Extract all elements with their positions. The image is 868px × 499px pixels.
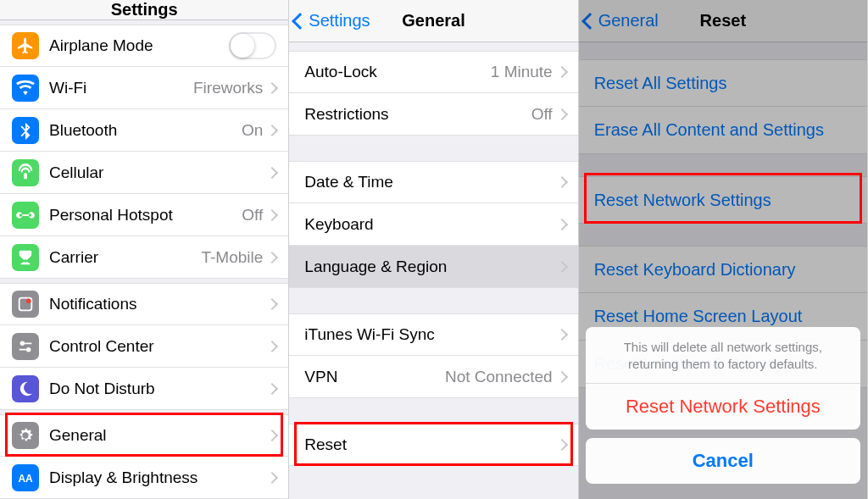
carrier-icon	[12, 244, 39, 271]
cell-control-center[interactable]: Control Center	[0, 325, 288, 368]
chevron-right-icon	[266, 382, 278, 394]
cell-label: Wi-Fi	[49, 79, 193, 97]
cell-notifications[interactable]: Notifications	[0, 283, 288, 325]
chevron-right-icon	[266, 471, 278, 483]
notifications-icon	[12, 291, 39, 318]
dnd-icon	[12, 375, 39, 402]
cell-keyboard[interactable]: Keyboard	[289, 203, 577, 246]
cell-label: Do Not Disturb	[49, 380, 268, 398]
cell-carrier[interactable]: Carrier T-Mobile	[0, 236, 288, 279]
chevron-left-icon	[292, 13, 309, 30]
cell-bluetooth[interactable]: Bluetooth On	[0, 109, 288, 152]
chevron-right-icon	[556, 108, 568, 119]
cell-value: Off	[242, 206, 263, 225]
gear-icon	[12, 422, 39, 449]
cell-label: Control Center	[49, 337, 268, 356]
cell-label: Cellular	[49, 164, 268, 182]
chevron-right-icon	[556, 329, 568, 341]
cell-itunes-wifi-sync[interactable]: iTunes Wi-Fi Sync	[289, 313, 577, 356]
action-sheet: This will delete all network settings, r…	[586, 327, 860, 500]
cell-label: Display & Brightness	[49, 469, 268, 487]
cell-label: Auto-Lock	[304, 63, 490, 81]
cell-general[interactable]: General	[0, 414, 288, 457]
cell-label: Date & Time	[304, 173, 557, 191]
cell-value: T-Mobile	[201, 248, 263, 267]
action-sheet-cancel-button[interactable]: Cancel	[586, 438, 860, 484]
airplane-icon	[12, 32, 39, 59]
cellular-icon	[12, 159, 39, 186]
chevron-right-icon	[556, 176, 568, 188]
airplane-toggle[interactable]	[229, 32, 276, 59]
cell-airplane-mode[interactable]: Airplane Mode	[0, 25, 288, 67]
chevron-right-icon	[266, 340, 278, 352]
control-center-icon	[12, 333, 39, 360]
chevron-right-icon	[266, 166, 278, 178]
cell-label: iTunes Wi-Fi Sync	[304, 325, 557, 344]
chevron-right-icon	[556, 370, 568, 382]
cell-language-region[interactable]: Language & Region	[289, 246, 577, 288]
cell-label: Carrier	[49, 248, 201, 267]
cell-restrictions[interactable]: Restrictions Off	[289, 93, 577, 136]
action-sheet-message: This will delete all network settings, r…	[586, 327, 860, 385]
cell-wifi[interactable]: Wi-Fi Fireworks	[0, 67, 288, 109]
nav-title: Settings	[111, 0, 178, 19]
chevron-right-icon	[266, 208, 278, 220]
cell-label: VPN	[304, 368, 445, 386]
chevron-right-icon	[266, 430, 278, 441]
cell-personal-hotspot[interactable]: Personal Hotspot Off	[0, 194, 288, 236]
nav-title: General	[402, 11, 465, 30]
cell-value: Not Connected	[445, 368, 553, 386]
cell-vpn[interactable]: VPN Not Connected	[289, 356, 577, 398]
wifi-icon	[12, 75, 39, 102]
cell-value: Fireworks	[193, 79, 263, 97]
general-panel: Settings General Auto-Lock 1 Minute Rest…	[289, 0, 578, 499]
hotspot-icon	[12, 202, 39, 229]
chevron-right-icon	[556, 66, 568, 78]
settings-root-panel: Settings Airplane Mode Wi-Fi Fireworks B…	[0, 0, 289, 499]
svg-point-1	[26, 299, 31, 304]
cell-label: Language & Region	[304, 258, 557, 276]
cell-label: General	[49, 426, 268, 445]
back-button[interactable]: Settings	[294, 11, 370, 30]
cell-value: On	[242, 121, 263, 140]
reset-panel: General Reset Reset All Settings Erase A…	[579, 0, 868, 499]
navbar-settings: Settings	[0, 0, 288, 20]
chevron-right-icon	[266, 124, 278, 136]
action-sheet-destructive-button[interactable]: Reset Network Settings	[586, 384, 860, 430]
cell-label: Airplane Mode	[49, 36, 229, 55]
action-sheet-cancel-group: Cancel	[586, 438, 860, 484]
action-sheet-group: This will delete all network settings, r…	[586, 327, 860, 430]
svg-point-3	[26, 347, 31, 352]
cell-reset[interactable]: Reset	[289, 424, 577, 466]
cell-display-brightness[interactable]: AA Display & Brightness	[0, 457, 288, 499]
navbar-general: Settings General	[289, 0, 577, 42]
cell-label: Reset	[304, 435, 557, 454]
bluetooth-icon	[12, 117, 39, 144]
svg-point-2	[20, 341, 25, 346]
chevron-right-icon	[556, 260, 568, 272]
display-icon: AA	[12, 464, 39, 491]
chevron-right-icon	[266, 81, 278, 93]
chevron-right-icon	[556, 218, 568, 230]
chevron-right-icon	[266, 251, 278, 263]
cell-label: Keyboard	[304, 215, 557, 234]
cell-date-time[interactable]: Date & Time	[289, 161, 577, 203]
cell-label: Restrictions	[304, 105, 531, 124]
cell-value: Off	[531, 105, 553, 124]
cell-do-not-disturb[interactable]: Do Not Disturb	[0, 368, 288, 410]
svg-text:AA: AA	[18, 472, 33, 484]
cell-auto-lock[interactable]: Auto-Lock 1 Minute	[289, 51, 577, 93]
cell-label: Personal Hotspot	[49, 206, 242, 225]
cell-label: Bluetooth	[49, 121, 242, 140]
chevron-right-icon	[556, 439, 568, 451]
chevron-right-icon	[266, 298, 278, 310]
cell-cellular[interactable]: Cellular	[0, 152, 288, 194]
cell-value: 1 Minute	[491, 63, 553, 81]
back-label: Settings	[309, 11, 370, 30]
cell-label: Notifications	[49, 295, 268, 313]
